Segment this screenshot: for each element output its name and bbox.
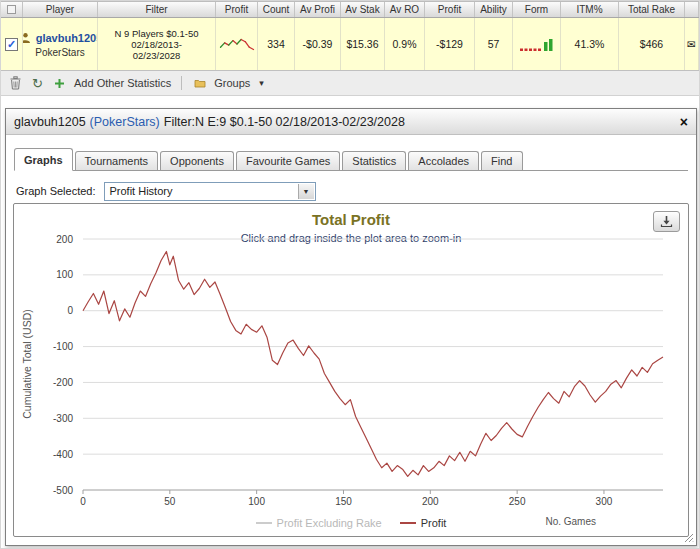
total-rake-cell: $466 — [619, 18, 685, 70]
header-profit[interactable]: Profit — [425, 2, 475, 17]
filter-line-1: N 9 Players $0.1-50 — [115, 28, 199, 39]
select-all-checkbox[interactable] — [7, 5, 16, 14]
tab-bar: GraphsTournamentsOpponentsFavourite Game… — [14, 147, 688, 171]
header-av-profit[interactable]: Av Profi — [295, 2, 341, 17]
tab-tournaments[interactable]: Tournaments — [75, 151, 159, 170]
filter-line-3: 02/23/2028 — [133, 50, 181, 61]
svg-text:-200: -200 — [53, 377, 73, 388]
trash-icon[interactable] — [8, 75, 23, 91]
header-av-stake[interactable]: Av Stak — [341, 2, 385, 17]
legend-profit-excluding-rake[interactable]: Profit Excluding Rake — [256, 517, 382, 529]
legend-label: Profit Excluding Rake — [277, 517, 382, 529]
av-stake-cell: $15.36 — [341, 18, 385, 70]
toolbar-separator — [181, 76, 182, 90]
graph-select-row: Graph Selected: Profit History ▼ — [16, 181, 316, 201]
svg-text:-400: -400 — [53, 449, 73, 460]
select-all-column[interactable] — [1, 2, 23, 17]
popup-title-site: (PokerStars) — [90, 115, 160, 129]
player-name[interactable]: glavbuh1205 — [36, 32, 98, 44]
select-arrow-icon[interactable]: ▼ — [298, 184, 314, 199]
svg-text:100: 100 — [56, 269, 73, 280]
filter-cell: N 9 Players $0.1-50 02/18/2013- 02/23/20… — [98, 18, 216, 70]
tab-favourite-games[interactable]: Favourite Games — [236, 151, 340, 170]
header-count[interactable]: Count — [258, 2, 295, 17]
svg-text:200: 200 — [422, 496, 439, 507]
form-chart-svg — [517, 36, 557, 53]
header-itm[interactable]: ITM% — [561, 2, 619, 17]
svg-text:100: 100 — [248, 496, 265, 507]
tab-opponents[interactable]: Opponents — [160, 151, 234, 170]
player-icon — [23, 30, 33, 46]
groups-button[interactable]: Groups — [214, 77, 250, 89]
add-other-statistics-button[interactable]: Add Other Statistics — [74, 77, 171, 89]
popup-titlebar[interactable]: glavbuh1205 (PokerStars) Filter:N E:9 $0… — [6, 109, 696, 135]
svg-text:-100: -100 — [53, 341, 73, 352]
profit-chart-svg[interactable]: -500-400-300-200-10001002000501001502002… — [14, 204, 688, 536]
svg-text:250: 250 — [509, 496, 526, 507]
svg-text:0: 0 — [80, 496, 86, 507]
player-site: PokerStars — [35, 47, 84, 58]
header-av-roi[interactable]: Av RO — [385, 2, 425, 17]
player-cell[interactable]: glavbuh1205 PokerStars — [23, 18, 98, 70]
tab-find[interactable]: Find — [481, 151, 522, 170]
av-profit-cell: -$0.39 — [295, 18, 341, 70]
player-detail-popup: glavbuh1205 (PokerStars) Filter:N E:9 $0… — [5, 108, 697, 546]
profit-cell: -$129 — [425, 18, 475, 70]
graph-selected-value: Profit History — [110, 185, 173, 197]
x-axis-title: No. Games — [545, 516, 596, 527]
tab-graphs[interactable]: Graphs — [14, 148, 73, 171]
count-cell: 334 — [258, 18, 295, 70]
svg-text:200: 200 — [56, 234, 73, 245]
profit-sparkline — [216, 18, 258, 70]
svg-text:50: 50 — [164, 496, 176, 507]
tab-accolades[interactable]: Accolades — [408, 151, 479, 170]
popup-title-player: glavbuh1205 — [14, 115, 86, 129]
popup-title-filter: Filter:N E:9 $0.1-50 02/18/2013-02/23/20… — [164, 115, 405, 129]
checkbox-cell: ✓ — [1, 18, 23, 70]
app-window: Player Filter Profit Count Av Profi Av S… — [0, 0, 700, 549]
filter-line-2: 02/18/2013- — [131, 39, 182, 50]
svg-text:0: 0 — [67, 305, 73, 316]
add-icon — [52, 75, 67, 91]
header-profit-graph[interactable]: Profit — [216, 2, 258, 17]
legend-swatch — [256, 522, 272, 524]
svg-text:-300: -300 — [53, 413, 73, 424]
header-total-rake[interactable]: Total Rake — [619, 2, 685, 17]
header-form[interactable]: Form — [513, 2, 561, 17]
svg-text:300: 300 — [596, 496, 613, 507]
profit-sparkline-svg — [219, 37, 255, 52]
close-icon[interactable]: × — [680, 115, 688, 129]
check-icon: ✓ — [7, 39, 16, 50]
av-roi-cell: 0.9% — [385, 18, 425, 70]
legend-swatch — [400, 522, 416, 524]
tab-statistics[interactable]: Statistics — [342, 151, 406, 170]
svg-text:-500: -500 — [53, 485, 73, 496]
svg-text:150: 150 — [335, 496, 352, 507]
refresh-icon[interactable]: ↻ — [30, 75, 45, 91]
table-toolbar: ↻ Add Other Statistics Groups ▾ — [1, 71, 699, 96]
header-player[interactable]: Player — [23, 2, 98, 17]
groups-icon — [192, 75, 207, 91]
table-row[interactable]: ✓ glavbuh1205 PokerStars N 9 Players $0.… — [1, 18, 699, 71]
ability-cell: 57 — [475, 18, 513, 70]
header-ability[interactable]: Ability — [475, 2, 513, 17]
form-chart — [513, 18, 561, 70]
table-header: Player Filter Profit Count Av Profi Av S… — [1, 1, 699, 18]
itm-cell: 41.3% — [561, 18, 619, 70]
legend-profit[interactable]: Profit — [400, 517, 447, 529]
graph-selected-label: Graph Selected: — [16, 185, 96, 197]
header-actions — [685, 2, 699, 17]
chart-panel: Total Profit Click and drag inside the p… — [13, 203, 689, 537]
resize-grip[interactable] — [683, 532, 694, 543]
legend-label: Profit — [421, 517, 447, 529]
row-checkbox[interactable]: ✓ — [5, 38, 18, 51]
header-filter[interactable]: Filter — [98, 2, 216, 17]
graph-select-dropdown[interactable]: Profit History ▼ — [104, 182, 316, 201]
envelope-icon[interactable]: ✉ — [685, 18, 699, 70]
chevron-down-icon[interactable]: ▾ — [259, 78, 264, 88]
